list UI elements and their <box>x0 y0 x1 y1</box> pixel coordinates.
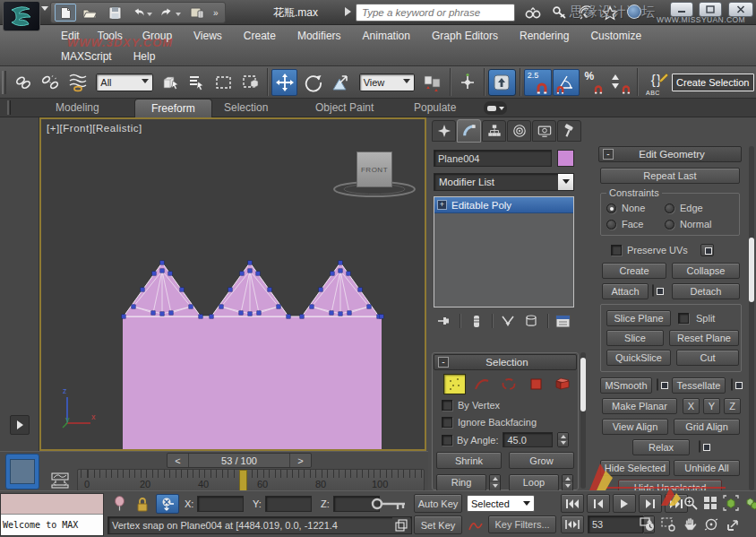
search-expand-arrow[interactable] <box>345 7 356 16</box>
repeat-last-button[interactable]: Repeat Last <box>600 168 740 184</box>
planar-z-button[interactable]: Z <box>724 398 741 414</box>
select-and-move-button[interactable] <box>271 69 297 96</box>
collapse-icon[interactable]: - <box>603 149 614 160</box>
keyboard-override-button[interactable] <box>488 69 516 96</box>
modify-panel-scrollbar[interactable] <box>580 352 586 489</box>
tab-populate[interactable]: Populate <box>414 101 456 114</box>
infocenter-search-button[interactable] <box>521 4 545 22</box>
stack-expand-box[interactable]: + <box>437 200 447 210</box>
border-subobject-button[interactable] <box>498 374 520 394</box>
key-mode-icon-large[interactable] <box>369 493 408 515</box>
time-slider-playhead[interactable] <box>239 470 247 491</box>
zoom-extents-button[interactable] <box>722 494 740 512</box>
attach-settings-button[interactable] <box>652 284 654 297</box>
msmooth-settings-button[interactable] <box>657 378 658 391</box>
scrollbar-thumb[interactable] <box>580 358 586 411</box>
menu-help[interactable]: Help <box>121 47 168 66</box>
menu-tools[interactable]: Tools <box>89 26 132 46</box>
undo-button[interactable] <box>128 4 155 22</box>
tab-utilities[interactable] <box>557 120 581 142</box>
isolate-selection-toggle[interactable] <box>109 495 129 513</box>
edge-subobject-button[interactable] <box>471 374 493 394</box>
selection-lock-toggle[interactable] <box>133 495 152 513</box>
absolute-mode-toggle[interactable] <box>156 494 179 514</box>
menu-customize[interactable]: Customize <box>580 26 652 46</box>
relax-button[interactable]: Relax <box>632 439 690 455</box>
select-by-name-button[interactable] <box>185 69 210 96</box>
selection-rollout-header[interactable]: - Selection <box>434 354 577 370</box>
zoom-extents-all-button[interactable] <box>743 494 756 512</box>
make-planar-button[interactable]: Make Planar <box>602 398 677 414</box>
save-file-button[interactable] <box>103 4 126 22</box>
menu-views[interactable]: Views <box>183 26 233 46</box>
viewport-label[interactable]: [+][Front][Realistic] <box>47 123 142 134</box>
create-selection-set-field[interactable]: Create Selection <box>672 74 754 91</box>
x-coord-field[interactable] <box>197 496 244 512</box>
modifier-list-arrow[interactable] <box>558 174 573 190</box>
maxscript-listener[interactable]: Welcome to MAX <box>0 493 104 536</box>
open-file-button[interactable] <box>78 4 101 22</box>
select-and-rotate-button[interactable] <box>298 69 326 96</box>
unhide-all-button[interactable]: Unhide All <box>674 460 740 476</box>
shrink-button[interactable]: Shrink <box>436 452 502 469</box>
menu-graph-editors[interactable]: Graph Editors <box>421 26 509 46</box>
tessellate-button[interactable]: Tessellate <box>672 377 726 394</box>
ribbon-minimize-button[interactable] <box>484 101 507 115</box>
menu-group[interactable]: Group <box>132 26 183 46</box>
menu-maxscript[interactable]: MAXScript <box>52 47 121 66</box>
object-color-swatch[interactable] <box>557 150 574 167</box>
maximize-viewport-toggle[interactable] <box>724 515 742 533</box>
tab-freeform[interactable]: Freeform <box>134 99 212 117</box>
new-file-button[interactable] <box>55 4 76 22</box>
grid-align-button[interactable]: Grid Align <box>674 419 740 435</box>
open-mini-curve-editor-button[interactable] <box>47 472 73 489</box>
app-logo[interactable] <box>3 1 40 31</box>
select-and-manipulate-button[interactable] <box>454 69 480 96</box>
unlink-selection-button[interactable] <box>38 69 64 96</box>
menu-modifiers[interactable]: Modifiers <box>287 26 352 46</box>
redo-button[interactable] <box>157 4 184 22</box>
create-button[interactable]: Create <box>602 263 666 279</box>
select-object-button[interactable] <box>158 69 184 96</box>
vertex-subobject-button[interactable] <box>443 374 466 394</box>
listener-script-pane[interactable]: Welcome to MAX <box>1 515 103 535</box>
view-align-button[interactable]: View Align <box>602 419 668 435</box>
listener-macro-pane[interactable] <box>1 494 103 515</box>
toolbar-grip[interactable] <box>2 71 6 94</box>
key-filters-button[interactable]: Key Filters... <box>488 515 556 533</box>
percent-snap-button[interactable]: % <box>580 69 606 96</box>
ring-spinner[interactable] <box>489 474 501 491</box>
make-unique-button[interactable] <box>497 315 519 327</box>
scene-explorer-expand-button[interactable] <box>10 415 30 435</box>
configure-modifier-sets-button[interactable] <box>553 315 574 328</box>
pin-stack-button[interactable] <box>434 315 455 327</box>
sign-in-button[interactable] <box>548 4 571 22</box>
spinner-snap-button[interactable] <box>607 69 633 96</box>
constraint-normal-radio[interactable] <box>665 220 674 230</box>
logo-dropdown-arrow[interactable] <box>41 11 48 22</box>
tab-object-paint[interactable]: Object Paint <box>315 101 374 114</box>
by-angle-field[interactable]: 45.0 <box>503 432 553 447</box>
viewcube-face-label[interactable]: FRONT <box>361 166 388 174</box>
zoom-all-button[interactable] <box>702 494 718 512</box>
ribbon-grip[interactable] <box>7 100 11 115</box>
modifier-list-dropdown[interactable]: Modifier List <box>434 173 574 191</box>
slice-plane-button[interactable]: Slice Plane <box>606 310 671 326</box>
planar-y-button[interactable]: Y <box>703 398 720 414</box>
auto-key-button[interactable]: Auto Key <box>414 494 462 513</box>
orbit-button[interactable] <box>702 515 720 533</box>
viewport[interactable]: [+][Front][Realistic] <box>39 117 426 451</box>
loop-button[interactable]: Loop <box>509 474 559 491</box>
detach-button[interactable]: Detach <box>672 283 740 299</box>
pan-button[interactable] <box>681 515 699 533</box>
selection-set-arrow[interactable] <box>523 501 530 509</box>
edit-geometry-header[interactable]: - Edit Geometry <box>598 146 742 162</box>
relax-settings-button[interactable] <box>699 440 700 453</box>
cut-button[interactable]: Cut <box>676 350 739 366</box>
play-button[interactable] <box>613 494 636 513</box>
scrollbar-thumb[interactable] <box>749 238 754 302</box>
reference-coord-dropdown[interactable]: View <box>359 74 415 91</box>
constraint-edge-radio[interactable] <box>665 204 674 213</box>
tab-hierarchy[interactable] <box>482 120 506 142</box>
prev-frame-button[interactable]: < <box>168 454 189 467</box>
